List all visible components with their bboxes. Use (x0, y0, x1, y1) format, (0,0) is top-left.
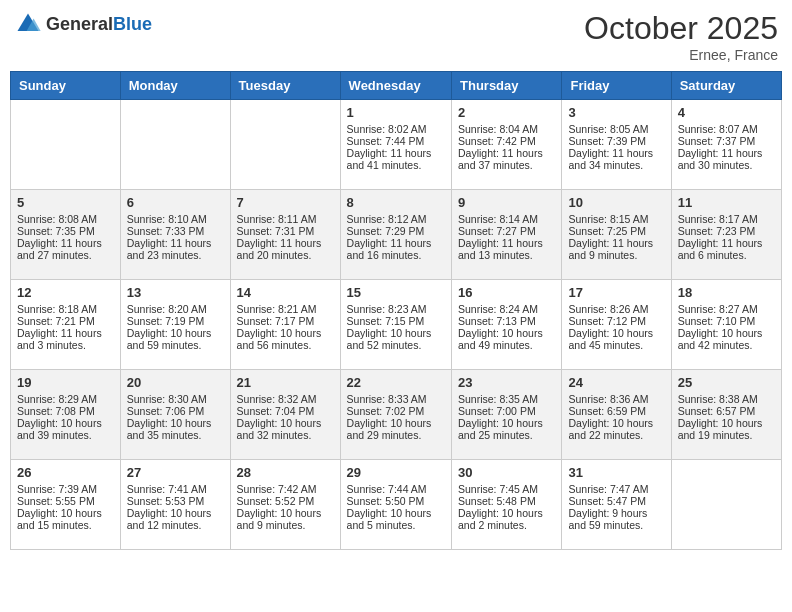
day-info: and 34 minutes. (568, 159, 664, 171)
day-info: and 9 minutes. (568, 249, 664, 261)
calendar-cell: 6Sunrise: 8:10 AMSunset: 7:33 PMDaylight… (120, 190, 230, 280)
day-info: Daylight: 11 hours (568, 237, 664, 249)
day-info: Sunset: 7:15 PM (347, 315, 445, 327)
day-info: Sunrise: 8:32 AM (237, 393, 334, 405)
day-info: and 2 minutes. (458, 519, 555, 531)
day-info: Sunrise: 8:21 AM (237, 303, 334, 315)
day-info: Daylight: 10 hours (568, 327, 664, 339)
day-number: 2 (458, 105, 555, 120)
day-info: and 59 minutes. (568, 519, 664, 531)
weekday-header-friday: Friday (562, 72, 671, 100)
day-info: Sunset: 7:00 PM (458, 405, 555, 417)
calendar-cell: 23Sunrise: 8:35 AMSunset: 7:00 PMDayligh… (452, 370, 562, 460)
calendar-cell: 28Sunrise: 7:42 AMSunset: 5:52 PMDayligh… (230, 460, 340, 550)
day-info: and 32 minutes. (237, 429, 334, 441)
day-info: Sunrise: 8:08 AM (17, 213, 114, 225)
day-info: Sunset: 7:44 PM (347, 135, 445, 147)
calendar-cell: 5Sunrise: 8:08 AMSunset: 7:35 PMDaylight… (11, 190, 121, 280)
day-info: Sunset: 7:08 PM (17, 405, 114, 417)
day-number: 20 (127, 375, 224, 390)
day-number: 3 (568, 105, 664, 120)
day-info: Sunset: 7:23 PM (678, 225, 775, 237)
calendar-cell: 16Sunrise: 8:24 AMSunset: 7:13 PMDayligh… (452, 280, 562, 370)
day-info: Sunrise: 8:04 AM (458, 123, 555, 135)
calendar-cell (120, 100, 230, 190)
day-info: Sunset: 5:48 PM (458, 495, 555, 507)
logo-icon (14, 10, 42, 38)
day-info: Sunset: 5:52 PM (237, 495, 334, 507)
calendar-cell: 22Sunrise: 8:33 AMSunset: 7:02 PMDayligh… (340, 370, 451, 460)
day-info: Sunrise: 8:35 AM (458, 393, 555, 405)
day-info: Daylight: 10 hours (347, 327, 445, 339)
day-info: Sunrise: 8:33 AM (347, 393, 445, 405)
day-info: Sunset: 7:02 PM (347, 405, 445, 417)
day-number: 22 (347, 375, 445, 390)
day-info: Daylight: 10 hours (237, 507, 334, 519)
calendar-cell: 14Sunrise: 8:21 AMSunset: 7:17 PMDayligh… (230, 280, 340, 370)
calendar-cell: 2Sunrise: 8:04 AMSunset: 7:42 PMDaylight… (452, 100, 562, 190)
day-info: Sunrise: 8:26 AM (568, 303, 664, 315)
day-info: Daylight: 10 hours (237, 327, 334, 339)
day-info: and 59 minutes. (127, 339, 224, 351)
day-info: and 39 minutes. (17, 429, 114, 441)
day-info: Sunrise: 8:11 AM (237, 213, 334, 225)
day-info: Daylight: 11 hours (347, 147, 445, 159)
day-info: Daylight: 11 hours (127, 237, 224, 249)
day-info: and 6 minutes. (678, 249, 775, 261)
day-info: and 49 minutes. (458, 339, 555, 351)
page-header: General Blue October 2025 Ernee, France (10, 10, 782, 63)
day-info: Sunset: 7:04 PM (237, 405, 334, 417)
day-info: Daylight: 10 hours (347, 417, 445, 429)
location: Ernee, France (584, 47, 778, 63)
day-info: and 20 minutes. (237, 249, 334, 261)
day-number: 6 (127, 195, 224, 210)
day-info: Sunset: 5:47 PM (568, 495, 664, 507)
day-info: and 30 minutes. (678, 159, 775, 171)
calendar-cell (11, 100, 121, 190)
day-info: Sunrise: 7:47 AM (568, 483, 664, 495)
day-info: Sunrise: 8:15 AM (568, 213, 664, 225)
day-info: Daylight: 11 hours (568, 147, 664, 159)
logo-general: General (46, 14, 113, 35)
calendar-cell: 12Sunrise: 8:18 AMSunset: 7:21 PMDayligh… (11, 280, 121, 370)
logo: General Blue (14, 10, 152, 38)
calendar-week-row: 5Sunrise: 8:08 AMSunset: 7:35 PMDaylight… (11, 190, 782, 280)
day-info: Sunset: 7:12 PM (568, 315, 664, 327)
calendar-cell: 8Sunrise: 8:12 AMSunset: 7:29 PMDaylight… (340, 190, 451, 280)
day-info: Daylight: 9 hours (568, 507, 664, 519)
day-info: and 27 minutes. (17, 249, 114, 261)
day-info: Sunrise: 8:07 AM (678, 123, 775, 135)
day-info: Daylight: 11 hours (237, 237, 334, 249)
day-info: Sunrise: 8:36 AM (568, 393, 664, 405)
calendar-cell: 29Sunrise: 7:44 AMSunset: 5:50 PMDayligh… (340, 460, 451, 550)
weekday-header-thursday: Thursday (452, 72, 562, 100)
day-info: Sunset: 5:53 PM (127, 495, 224, 507)
day-info: Daylight: 10 hours (17, 507, 114, 519)
day-info: and 12 minutes. (127, 519, 224, 531)
calendar-week-row: 12Sunrise: 8:18 AMSunset: 7:21 PMDayligh… (11, 280, 782, 370)
day-info: and 9 minutes. (237, 519, 334, 531)
day-info: Daylight: 10 hours (568, 417, 664, 429)
day-info: Daylight: 11 hours (458, 237, 555, 249)
day-info: and 42 minutes. (678, 339, 775, 351)
day-info: Sunrise: 8:05 AM (568, 123, 664, 135)
day-info: Sunrise: 7:41 AM (127, 483, 224, 495)
day-number: 9 (458, 195, 555, 210)
day-info: Sunset: 7:21 PM (17, 315, 114, 327)
month-title: October 2025 (584, 10, 778, 47)
day-info: Sunset: 7:39 PM (568, 135, 664, 147)
title-area: October 2025 Ernee, France (584, 10, 778, 63)
day-number: 16 (458, 285, 555, 300)
day-info: and 56 minutes. (237, 339, 334, 351)
day-info: Daylight: 10 hours (347, 507, 445, 519)
day-info: and 41 minutes. (347, 159, 445, 171)
calendar-cell (230, 100, 340, 190)
day-info: and 16 minutes. (347, 249, 445, 261)
day-number: 10 (568, 195, 664, 210)
day-info: Sunrise: 8:27 AM (678, 303, 775, 315)
day-info: Sunrise: 8:23 AM (347, 303, 445, 315)
day-number: 18 (678, 285, 775, 300)
calendar-cell: 9Sunrise: 8:14 AMSunset: 7:27 PMDaylight… (452, 190, 562, 280)
calendar-week-row: 1Sunrise: 8:02 AMSunset: 7:44 PMDaylight… (11, 100, 782, 190)
day-info: Sunrise: 8:14 AM (458, 213, 555, 225)
